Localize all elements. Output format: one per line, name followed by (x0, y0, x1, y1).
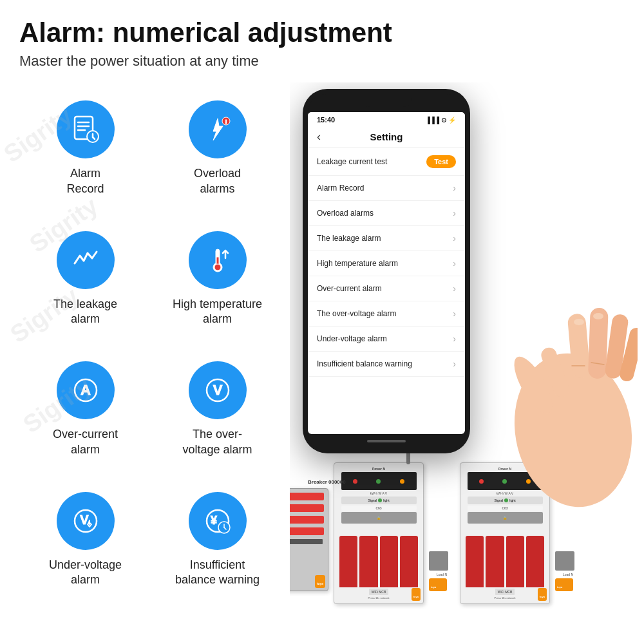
test-button[interactable]: Test (426, 155, 456, 168)
svg-text:¥: ¥ (210, 514, 216, 527)
breaker-unit-1: Power N kW·h W A V Signal light C63 🔒 (334, 462, 424, 604)
press-label-2: Press 10s network (495, 596, 516, 600)
switch-2c (506, 536, 524, 587)
signal-icon: ▐▐▐ (426, 117, 439, 124)
overload-label: Overloadalarms (194, 166, 241, 196)
load-label-2: Load N (555, 573, 581, 576)
menu-item-balance[interactable]: Insufficient balance warning › (308, 352, 465, 377)
distbox-connector (290, 539, 323, 544)
page-title: Alarm: numerical adjustment (0, 0, 644, 48)
switch-1b (359, 536, 377, 587)
signal-dot-1 (378, 498, 382, 502)
breaker-switches-1 (337, 525, 421, 587)
icons-grid: Sigrity Sigrity Sigrity Sigrity AlarmRec… (13, 82, 290, 611)
phone-screen-title: Setting (370, 131, 403, 142)
terminal-box-2 (555, 551, 574, 571)
menu-item-overvoltage[interactable]: The over-voltage alarm › (308, 301, 465, 327)
switch-1d (400, 536, 418, 587)
distbox-bar3 (290, 516, 324, 524)
svg-point-12 (214, 264, 221, 270)
icon-item-undervoltage-alarm: V Under-voltagealarm (19, 480, 151, 611)
phone-notch-area (308, 94, 465, 112)
tuya-text-2: tuya (540, 595, 545, 598)
signal-light-1: Signal light (341, 497, 417, 504)
menu-item-overcurrent[interactable]: Over-current alarm › (308, 276, 465, 301)
menu-item-high-temp[interactable]: High temperature alarm › (308, 251, 465, 276)
icon-item-leakage-alarm: The leakagealarm (19, 220, 151, 350)
breaker-id-label: Breaker 000000 (308, 479, 346, 485)
menu-overvoltage-arrow: › (453, 308, 456, 319)
battery-icon: ⚡ (448, 117, 456, 124)
svg-point-35 (574, 319, 584, 325)
menu-item-alarm-record[interactable]: Alarm Record › (308, 176, 465, 201)
phone-outer-case: 15:40 ▐▐▐ ⊙ ⚡ ‹ Setting Leakag (303, 89, 470, 453)
terminal-block-1: Load N tuya (429, 527, 455, 604)
menu-leakage-label: The leakage alarm (317, 234, 381, 243)
overcurrent-label: Over-currentalarm (53, 427, 118, 457)
undervoltage-label: Under-voltagealarm (49, 558, 122, 588)
menu-item-overload-alarms[interactable]: Overload alarms › (308, 201, 465, 226)
switch-2d (526, 536, 544, 587)
switch-2a (466, 536, 484, 587)
high-temp-icon (202, 244, 234, 276)
tuya-badge-box: tuya (315, 575, 325, 588)
leakage-icon (70, 244, 102, 276)
overcurrent-icon-circle: A (57, 361, 115, 419)
menu-alarm-record-label: Alarm Record (317, 184, 364, 193)
dot-red-1 (353, 479, 357, 484)
menu-item-leakage-alarm[interactable]: The leakage alarm › (308, 226, 465, 251)
menu-leakage-arrow: › (453, 233, 456, 243)
wifi-mcb-label-2: WiFi MCB (495, 589, 515, 595)
c63-label-1: C63 (341, 506, 417, 511)
undervoltage-icon: V (70, 505, 102, 537)
menu-balance-arrow: › (453, 359, 456, 369)
svg-text:A: A (80, 382, 91, 398)
light-label-1: light (383, 498, 389, 502)
tuya-text-1: tuya (413, 595, 419, 598)
overvoltage-icon: V (202, 374, 234, 406)
balance-icon: ¥ (202, 505, 234, 537)
leakage-test-label: Leakage current test (317, 157, 387, 166)
leakage-test-row: Leakage current test Test (308, 148, 465, 176)
distbox-bar2 (290, 504, 324, 512)
tuya-text-t2: tuya (557, 585, 562, 589)
balance-label: Insufficientbalance warning (175, 558, 260, 588)
icon-item-balance-warning: ¥ Insufficientbalance warning (151, 480, 283, 611)
high-temp-label: High temperaturealarm (173, 297, 262, 327)
home-indicator (367, 440, 406, 442)
switch-1c (380, 536, 398, 587)
phone-notch (361, 94, 412, 107)
menu-item-undervoltage[interactable]: Under-voltage alarm › (308, 327, 465, 352)
menu-balance-label: Insufficient balance warning (317, 359, 412, 368)
phone-app-header: ‹ Setting (308, 126, 465, 148)
phone-screen: 15:40 ▐▐▐ ⊙ ⚡ ‹ Setting Leakag (308, 112, 465, 434)
dot-orange-1 (400, 479, 404, 484)
menu-overload-label: Overload alarms (317, 209, 374, 218)
distbox-bar4 (290, 527, 324, 535)
leakage-label: The leakagealarm (53, 297, 117, 327)
tuya-badge-1: tuya (412, 588, 421, 601)
phone-back-button[interactable]: ‹ (317, 130, 321, 144)
tuya-label-box: tuya (317, 582, 323, 585)
distbox-inner (290, 489, 328, 548)
balance-icon-circle: ¥ (189, 492, 247, 550)
menu-high-temp-arrow: › (453, 258, 456, 269)
lock-display-1: 🔒 (341, 512, 417, 524)
menu-undervoltage-arrow: › (453, 334, 456, 344)
alarm-record-icon-circle (57, 100, 115, 158)
breaker-display-1 (341, 472, 417, 490)
icon-item-overvoltage-alarm: V The over-voltage alarm (151, 350, 283, 480)
svg-text:!: ! (225, 118, 227, 125)
icon-item-overcurrent-alarm: A Over-currentalarm (19, 350, 151, 480)
alarm-record-label: AlarmRecord (66, 166, 104, 196)
phone-time: 15:40 (317, 116, 335, 124)
phone-status-icons: ▐▐▐ ⊙ ⚡ (426, 117, 456, 124)
svg-text:V: V (213, 382, 222, 398)
wifi-icon: ⊙ (441, 117, 446, 124)
overcurrent-icon: A (70, 374, 102, 406)
menu-overvoltage-label: The over-voltage alarm (317, 309, 396, 318)
menu-overcurrent-label: Over-current alarm (317, 284, 382, 293)
page-subtitle: Master the power situation at any time (0, 48, 644, 70)
switch-1a (339, 536, 357, 587)
overload-icon: ! (202, 113, 234, 146)
